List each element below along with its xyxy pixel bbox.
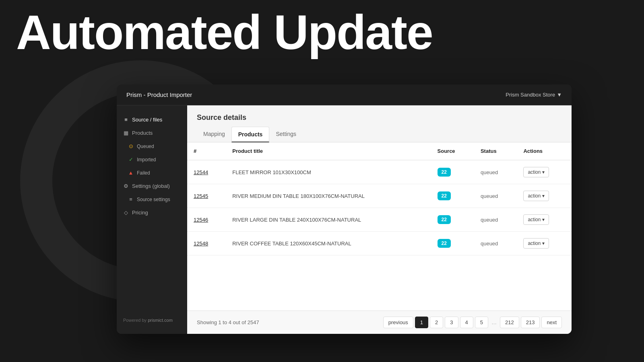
hero-title: Automated Update [16, 8, 433, 56]
footer-text: Powered by [123, 318, 148, 323]
cell-status: queued [474, 232, 517, 255]
sidebar-item-label: Imported [137, 157, 156, 162]
cell-status: queued [474, 184, 517, 208]
table-row: 12545 RIVER MEDIUM DIN TABLE 180X100X76C… [187, 184, 572, 208]
sidebar-item-source-files[interactable]: ≡ Source / files [117, 113, 187, 126]
tabs-bar: Mapping Products Settings [187, 127, 572, 142]
page-5-button[interactable]: 5 [475, 317, 488, 328]
table-row: 12544 FLEET MIRROR 101X30X100CM 22 queue… [187, 160, 572, 184]
chevron-down-icon: ▼ [557, 92, 562, 98]
col-header-id: # [187, 142, 226, 160]
previous-button[interactable]: previous [383, 317, 413, 328]
product-id-link[interactable]: 12548 [194, 241, 208, 247]
cell-title: RIVER MEDIUM DIN TABLE 180X100X76CM-NATU… [226, 184, 431, 208]
sidebar-nav: ≡ Source / files ▦ Products ⊙ Queued ✓ I… [117, 113, 187, 219]
chevron-down-icon: ▾ [542, 169, 545, 175]
product-id-link[interactable]: 12546 [194, 217, 208, 223]
col-header-title: Product title [226, 142, 431, 160]
top-bar: Prism - Product Importer Prism Sandbox S… [117, 84, 572, 105]
sidebar-item-queued[interactable]: ⊙ Queued [117, 140, 187, 152]
sidebar-item-source-settings[interactable]: ≡ Source settings [117, 193, 187, 206]
chevron-down-icon: ▾ [542, 193, 545, 199]
pagination-controls: previous 1 2 3 4 5 … 212 213 next [383, 317, 562, 328]
cell-title: FLEET MIRROR 101X30X100CM [226, 160, 431, 184]
tab-products[interactable]: Products [231, 127, 270, 142]
cell-source: 22 [431, 160, 474, 184]
col-header-status: Status [474, 142, 517, 160]
product-id-link[interactable]: 12544 [194, 169, 208, 175]
section-title: Source details [187, 105, 572, 122]
page-4-button[interactable]: 4 [460, 317, 473, 328]
cell-status: queued [474, 208, 517, 232]
source-badge: 22 [438, 239, 451, 248]
tab-mapping[interactable]: Mapping [197, 127, 231, 142]
sidebar-footer: Powered by prismict.com [117, 318, 187, 326]
sidebar-item-label: Source settings [137, 197, 170, 202]
sidebar-item-failed[interactable]: ▲ Failed [117, 167, 187, 179]
sidebar-item-label: Pricing [132, 210, 148, 216]
diamond-icon: ◇ [123, 210, 129, 216]
action-button[interactable]: action ▾ [523, 191, 549, 201]
grid-icon: ▦ [123, 130, 129, 136]
page-212-button[interactable]: 212 [500, 317, 519, 328]
pagination-bar: Showing 1 to 4 out of 2547 previous 1 2 … [187, 311, 572, 334]
sidebar-item-imported[interactable]: ✓ Imported [117, 153, 187, 166]
table-header-row: # Product title Source Status Actions [187, 142, 572, 160]
cell-title: RIVER LARGE DIN TABLE 240X100X76CM-NATUR… [226, 208, 431, 232]
cell-status: queued [474, 160, 517, 184]
status-text: queued [481, 241, 498, 247]
warning-icon: ▲ [128, 170, 134, 176]
cell-id: 12548 [187, 232, 226, 255]
next-button[interactable]: next [541, 317, 562, 328]
cell-id: 12544 [187, 160, 226, 184]
cell-title: RIVER COFFEE TABLE 120X60X45CM-NATURAL [226, 232, 431, 255]
app-window: Prism - Product Importer Prism Sandbox S… [117, 84, 572, 334]
sidebar-item-label: Settings (global) [132, 183, 170, 189]
product-id-link[interactable]: 12545 [194, 193, 208, 199]
sidebar-item-label: Failed [137, 170, 150, 176]
source-badge: 22 [438, 168, 451, 177]
sidebar-item-settings-global[interactable]: ⚙ Settings (global) [117, 180, 187, 192]
sidebar-item-label: Source / files [132, 117, 162, 123]
store-name: Prism Sandbox Store [506, 92, 555, 98]
chevron-down-icon: ▾ [542, 241, 545, 246]
sidebar-item-products[interactable]: ▦ Products [117, 127, 187, 139]
cell-actions: action ▾ [517, 232, 572, 255]
table-row: 12546 RIVER LARGE DIN TABLE 240X100X76CM… [187, 208, 572, 232]
page-2-button[interactable]: 2 [430, 317, 443, 328]
cell-actions: action ▾ [517, 160, 572, 184]
action-button[interactable]: action ▾ [523, 214, 549, 225]
page-213-button[interactable]: 213 [521, 317, 540, 328]
app-title: Prism - Product Importer [126, 91, 192, 98]
source-badge: 22 [438, 215, 451, 224]
queued-icon: ⊙ [128, 143, 134, 149]
store-selector[interactable]: Prism Sandbox Store ▼ [506, 92, 562, 98]
col-header-actions: Actions [517, 142, 572, 160]
action-button[interactable]: action ▾ [523, 238, 549, 249]
sidebar-item-pricing[interactable]: ◇ Pricing [117, 206, 187, 219]
cell-id: 12546 [187, 208, 226, 232]
status-text: queued [481, 169, 498, 175]
col-header-source: Source [431, 142, 474, 160]
status-text: queued [481, 217, 498, 223]
cell-actions: action ▾ [517, 184, 572, 208]
gear-icon: ⚙ [123, 183, 129, 189]
cell-source: 22 [431, 208, 474, 232]
main-layout: ≡ Source / files ▦ Products ⊙ Queued ✓ I… [117, 105, 572, 334]
footer-link[interactable]: prismict.com [148, 318, 173, 323]
page-1-button[interactable]: 1 [415, 317, 428, 328]
tab-settings[interactable]: Settings [269, 127, 303, 142]
sidebar-item-label: Queued [137, 144, 154, 149]
check-icon: ✓ [128, 156, 134, 162]
content-area: Source details Mapping Products Settings [187, 105, 572, 334]
cell-id: 12545 [187, 184, 226, 208]
products-table-area: # Product title Source Status Actions 12… [187, 142, 572, 311]
database-icon: ≡ [123, 117, 129, 123]
status-text: queued [481, 193, 498, 199]
page-3-button[interactable]: 3 [445, 317, 458, 328]
pagination-info: Showing 1 to 4 out of 2547 [197, 319, 259, 325]
products-table: # Product title Source Status Actions 12… [187, 142, 572, 255]
action-button[interactable]: action ▾ [523, 167, 549, 177]
sidebar-item-label: Products [132, 130, 153, 136]
pagination-dots: … [490, 317, 498, 328]
